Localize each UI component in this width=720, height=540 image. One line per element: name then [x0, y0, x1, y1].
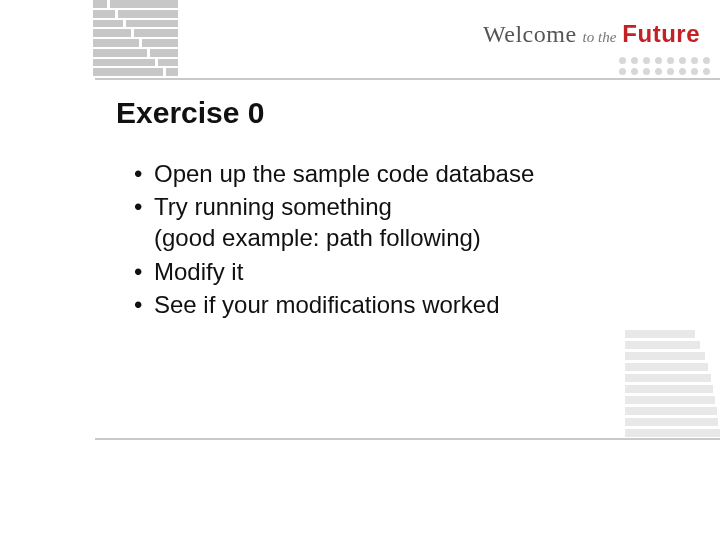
bullet-subtext: (good example: path following) — [154, 222, 620, 253]
brand-to-the: to the — [583, 29, 617, 46]
dot-grid-decoration — [619, 57, 710, 75]
bullet-text: Try running something — [154, 193, 392, 220]
bullet-text: See if your modifications worked — [154, 291, 500, 318]
list-item: Open up the sample code database — [134, 158, 620, 189]
bullet-list: Open up the sample code database Try run… — [134, 158, 620, 322]
footer-rule — [95, 438, 720, 440]
list-item: See if your modifications worked — [134, 289, 620, 320]
list-item: Try running something (good example: pat… — [134, 191, 620, 253]
brand-wordmark: Welcome to the Future — [483, 20, 700, 48]
corner-bars-decoration — [93, 0, 181, 78]
bullet-text: Modify it — [154, 258, 243, 285]
sidebar-bars-decoration — [625, 330, 720, 437]
brand-future: Future — [622, 20, 700, 48]
page-title: Exercise 0 — [116, 96, 264, 130]
bullet-text: Open up the sample code database — [154, 160, 534, 187]
list-item: Modify it — [134, 256, 620, 287]
header-rule — [95, 78, 720, 80]
brand-welcome: Welcome — [483, 21, 577, 48]
